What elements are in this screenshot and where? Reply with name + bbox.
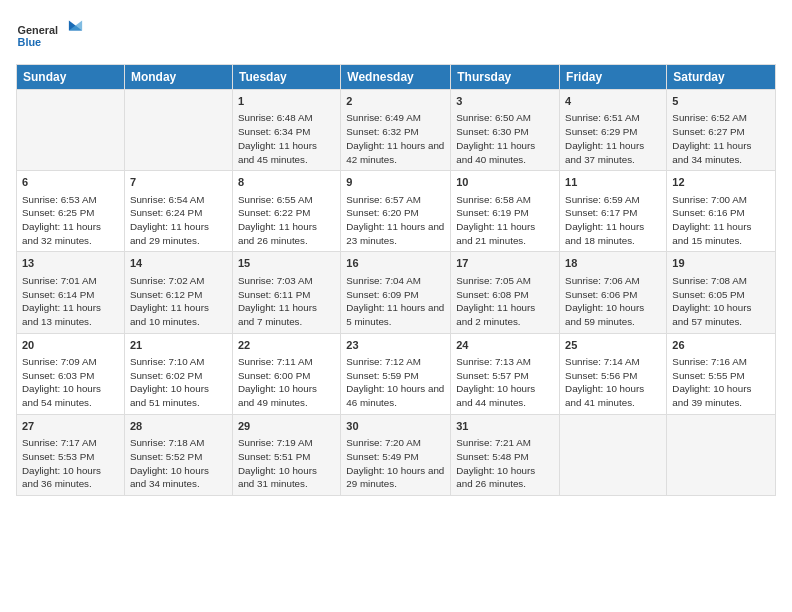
calendar-cell: 3Sunrise: 6:50 AM Sunset: 6:30 PM Daylig…: [451, 90, 560, 171]
col-header-sunday: Sunday: [17, 65, 125, 90]
day-content: Sunrise: 7:16 AM Sunset: 5:55 PM Dayligh…: [672, 355, 770, 410]
calendar-cell: 30Sunrise: 7:20 AM Sunset: 5:49 PM Dayli…: [341, 414, 451, 495]
page-container: General Blue SundayMondayTuesdayWednesda…: [0, 0, 792, 506]
calendar-cell: 13Sunrise: 7:01 AM Sunset: 6:14 PM Dayli…: [17, 252, 125, 333]
day-content: Sunrise: 7:17 AM Sunset: 5:53 PM Dayligh…: [22, 436, 119, 491]
day-content: Sunrise: 7:08 AM Sunset: 6:05 PM Dayligh…: [672, 274, 770, 329]
calendar-cell: 27Sunrise: 7:17 AM Sunset: 5:53 PM Dayli…: [17, 414, 125, 495]
calendar-cell: 17Sunrise: 7:05 AM Sunset: 6:08 PM Dayli…: [451, 252, 560, 333]
day-number: 30: [346, 419, 445, 434]
col-header-friday: Friday: [560, 65, 667, 90]
day-content: Sunrise: 7:06 AM Sunset: 6:06 PM Dayligh…: [565, 274, 661, 329]
day-number: 17: [456, 256, 554, 271]
day-content: Sunrise: 6:58 AM Sunset: 6:19 PM Dayligh…: [456, 193, 554, 248]
day-content: Sunrise: 7:20 AM Sunset: 5:49 PM Dayligh…: [346, 436, 445, 491]
calendar-table: SundayMondayTuesdayWednesdayThursdayFrid…: [16, 64, 776, 496]
day-content: Sunrise: 7:18 AM Sunset: 5:52 PM Dayligh…: [130, 436, 227, 491]
day-number: 4: [565, 94, 661, 109]
col-header-thursday: Thursday: [451, 65, 560, 90]
day-number: 25: [565, 338, 661, 353]
col-header-tuesday: Tuesday: [232, 65, 340, 90]
day-content: Sunrise: 6:55 AM Sunset: 6:22 PM Dayligh…: [238, 193, 335, 248]
day-number: 10: [456, 175, 554, 190]
calendar-cell: [667, 414, 776, 495]
day-content: Sunrise: 7:13 AM Sunset: 5:57 PM Dayligh…: [456, 355, 554, 410]
day-number: 27: [22, 419, 119, 434]
day-content: Sunrise: 7:14 AM Sunset: 5:56 PM Dayligh…: [565, 355, 661, 410]
day-content: Sunrise: 7:01 AM Sunset: 6:14 PM Dayligh…: [22, 274, 119, 329]
col-header-wednesday: Wednesday: [341, 65, 451, 90]
day-content: Sunrise: 7:09 AM Sunset: 6:03 PM Dayligh…: [22, 355, 119, 410]
day-number: 9: [346, 175, 445, 190]
day-number: 21: [130, 338, 227, 353]
calendar-cell: 25Sunrise: 7:14 AM Sunset: 5:56 PM Dayli…: [560, 333, 667, 414]
day-content: Sunrise: 7:04 AM Sunset: 6:09 PM Dayligh…: [346, 274, 445, 329]
svg-text:Blue: Blue: [18, 36, 42, 48]
day-number: 13: [22, 256, 119, 271]
day-content: Sunrise: 6:57 AM Sunset: 6:20 PM Dayligh…: [346, 193, 445, 248]
day-number: 14: [130, 256, 227, 271]
day-number: 5: [672, 94, 770, 109]
calendar-cell: 26Sunrise: 7:16 AM Sunset: 5:55 PM Dayli…: [667, 333, 776, 414]
day-content: Sunrise: 7:00 AM Sunset: 6:16 PM Dayligh…: [672, 193, 770, 248]
day-number: 28: [130, 419, 227, 434]
calendar-cell: 29Sunrise: 7:19 AM Sunset: 5:51 PM Dayli…: [232, 414, 340, 495]
calendar-cell: 21Sunrise: 7:10 AM Sunset: 6:02 PM Dayli…: [124, 333, 232, 414]
calendar-cell: 28Sunrise: 7:18 AM Sunset: 5:52 PM Dayli…: [124, 414, 232, 495]
day-content: Sunrise: 7:12 AM Sunset: 5:59 PM Dayligh…: [346, 355, 445, 410]
week-row-5: 27Sunrise: 7:17 AM Sunset: 5:53 PM Dayli…: [17, 414, 776, 495]
logo: General Blue: [16, 16, 86, 56]
day-content: Sunrise: 6:51 AM Sunset: 6:29 PM Dayligh…: [565, 111, 661, 166]
day-number: 31: [456, 419, 554, 434]
logo-svg: General Blue: [16, 16, 86, 56]
day-content: Sunrise: 6:48 AM Sunset: 6:34 PM Dayligh…: [238, 111, 335, 166]
calendar-cell: 8Sunrise: 6:55 AM Sunset: 6:22 PM Daylig…: [232, 171, 340, 252]
day-number: 23: [346, 338, 445, 353]
day-content: Sunrise: 7:03 AM Sunset: 6:11 PM Dayligh…: [238, 274, 335, 329]
svg-text:General: General: [18, 24, 59, 36]
day-content: Sunrise: 6:50 AM Sunset: 6:30 PM Dayligh…: [456, 111, 554, 166]
week-row-2: 6Sunrise: 6:53 AM Sunset: 6:25 PM Daylig…: [17, 171, 776, 252]
day-number: 12: [672, 175, 770, 190]
day-number: 29: [238, 419, 335, 434]
calendar-cell: [17, 90, 125, 171]
calendar-cell: 23Sunrise: 7:12 AM Sunset: 5:59 PM Dayli…: [341, 333, 451, 414]
day-number: 15: [238, 256, 335, 271]
calendar-cell: 18Sunrise: 7:06 AM Sunset: 6:06 PM Dayli…: [560, 252, 667, 333]
day-content: Sunrise: 7:10 AM Sunset: 6:02 PM Dayligh…: [130, 355, 227, 410]
day-content: Sunrise: 6:59 AM Sunset: 6:17 PM Dayligh…: [565, 193, 661, 248]
calendar-cell: 11Sunrise: 6:59 AM Sunset: 6:17 PM Dayli…: [560, 171, 667, 252]
day-number: 26: [672, 338, 770, 353]
day-number: 11: [565, 175, 661, 190]
header: General Blue: [16, 16, 776, 56]
calendar-cell: [124, 90, 232, 171]
day-number: 16: [346, 256, 445, 271]
day-number: 24: [456, 338, 554, 353]
day-number: 2: [346, 94, 445, 109]
day-content: Sunrise: 7:21 AM Sunset: 5:48 PM Dayligh…: [456, 436, 554, 491]
calendar-cell: 1Sunrise: 6:48 AM Sunset: 6:34 PM Daylig…: [232, 90, 340, 171]
day-content: Sunrise: 6:54 AM Sunset: 6:24 PM Dayligh…: [130, 193, 227, 248]
day-number: 8: [238, 175, 335, 190]
day-number: 6: [22, 175, 119, 190]
calendar-cell: 9Sunrise: 6:57 AM Sunset: 6:20 PM Daylig…: [341, 171, 451, 252]
calendar-cell: 22Sunrise: 7:11 AM Sunset: 6:00 PM Dayli…: [232, 333, 340, 414]
day-number: 22: [238, 338, 335, 353]
week-row-4: 20Sunrise: 7:09 AM Sunset: 6:03 PM Dayli…: [17, 333, 776, 414]
calendar-cell: 5Sunrise: 6:52 AM Sunset: 6:27 PM Daylig…: [667, 90, 776, 171]
calendar-cell: 4Sunrise: 6:51 AM Sunset: 6:29 PM Daylig…: [560, 90, 667, 171]
calendar-cell: 20Sunrise: 7:09 AM Sunset: 6:03 PM Dayli…: [17, 333, 125, 414]
calendar-cell: 16Sunrise: 7:04 AM Sunset: 6:09 PM Dayli…: [341, 252, 451, 333]
calendar-cell: 24Sunrise: 7:13 AM Sunset: 5:57 PM Dayli…: [451, 333, 560, 414]
day-content: Sunrise: 7:02 AM Sunset: 6:12 PM Dayligh…: [130, 274, 227, 329]
day-number: 18: [565, 256, 661, 271]
calendar-cell: 15Sunrise: 7:03 AM Sunset: 6:11 PM Dayli…: [232, 252, 340, 333]
calendar-cell: 14Sunrise: 7:02 AM Sunset: 6:12 PM Dayli…: [124, 252, 232, 333]
day-content: Sunrise: 6:53 AM Sunset: 6:25 PM Dayligh…: [22, 193, 119, 248]
calendar-cell: 2Sunrise: 6:49 AM Sunset: 6:32 PM Daylig…: [341, 90, 451, 171]
day-content: Sunrise: 7:19 AM Sunset: 5:51 PM Dayligh…: [238, 436, 335, 491]
calendar-cell: 19Sunrise: 7:08 AM Sunset: 6:05 PM Dayli…: [667, 252, 776, 333]
day-content: Sunrise: 7:11 AM Sunset: 6:00 PM Dayligh…: [238, 355, 335, 410]
calendar-cell: 7Sunrise: 6:54 AM Sunset: 6:24 PM Daylig…: [124, 171, 232, 252]
header-row: SundayMondayTuesdayWednesdayThursdayFrid…: [17, 65, 776, 90]
